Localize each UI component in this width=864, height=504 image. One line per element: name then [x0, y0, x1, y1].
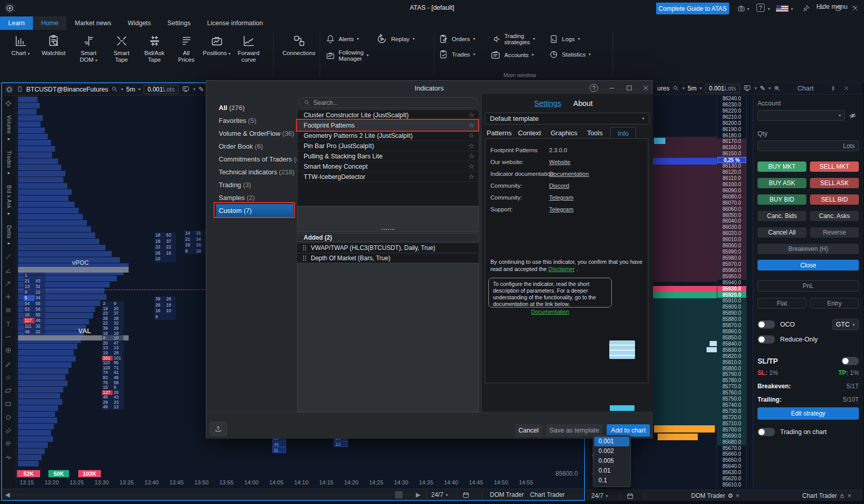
- category-trading[interactable]: Trading (3): [219, 178, 292, 191]
- ladder-row[interactable]: 86070.0: [717, 200, 746, 206]
- ladder-row[interactable]: 85630.0: [717, 470, 746, 476]
- ladder-row[interactable]: 86080.0: [717, 194, 746, 200]
- ladder-row[interactable]: 86030.0: [717, 224, 746, 230]
- ladder-row[interactable]: 85720.0: [717, 415, 746, 421]
- qty-option-0.1[interactable]: 0.1: [594, 476, 629, 485]
- ribbon-orders[interactable]: Orders▾: [438, 34, 475, 44]
- qty-option-0.001[interactable]: 0.001: [594, 437, 629, 446]
- ladder-row[interactable]: 85780.0: [717, 377, 746, 384]
- canc-asks-button[interactable]: Canc. Asks: [810, 211, 859, 221]
- ladder-row[interactable]: 85710.0: [717, 421, 746, 427]
- dropdown-arrow-icon[interactable]: ▾: [413, 36, 415, 42]
- ribbon-statistics[interactable]: Statistics▾: [549, 49, 591, 60]
- ladder-row[interactable]: 85810.0: [717, 359, 746, 366]
- dialog-titlebar[interactable]: Indicators ?: [206, 81, 652, 95]
- ladder-row[interactable]: 86050.0: [717, 212, 746, 219]
- scrollbar-thumb[interactable]: [395, 491, 402, 498]
- search-input[interactable]: [313, 99, 457, 106]
- ladder-row[interactable]: 85620.0: [717, 476, 746, 482]
- ladder-row[interactable]: 85990.0: [717, 249, 746, 255]
- draw-tool-10-icon[interactable]: [4, 373, 14, 383]
- symbol-dropdown[interactable]: ▾: [682, 86, 684, 91]
- close-icon[interactable]: ×: [848, 492, 851, 499]
- pencil-dropdown[interactable]: ▾: [768, 86, 770, 91]
- reduce-only-toggle[interactable]: [757, 335, 775, 344]
- ladder-row[interactable]: 86210.0: [717, 114, 746, 120]
- session-selector[interactable]: 24/7▾: [431, 489, 448, 500]
- flat-button[interactable]: Flat: [757, 298, 806, 309]
- buy-bid-button[interactable]: BUY BID: [757, 194, 806, 205]
- ladder-row[interactable]: 85930.0: [717, 286, 746, 292]
- subtab-patterns[interactable]: Patterns: [485, 127, 514, 139]
- canc-bids-button[interactable]: Canc. Bids: [757, 211, 806, 221]
- category-volume-orderflow[interactable]: Volume & OrderFlow (36): [219, 127, 292, 140]
- close-icon[interactable]: ×: [736, 492, 739, 499]
- draw-tool-13-icon[interactable]: [4, 413, 14, 423]
- dropdown-arrow-icon[interactable]: ▾: [473, 51, 475, 58]
- ribbon-watchlist[interactable]: Watchlist: [37, 34, 70, 57]
- favorite-star-icon[interactable]: ☆: [468, 142, 474, 150]
- ladder-row[interactable]: 85870.0: [717, 322, 746, 329]
- ribbon-connections[interactable]: Connections: [278, 34, 320, 57]
- ladder-row[interactable]: 85760.0: [717, 390, 746, 396]
- ladder-row[interactable]: 85610.0: [717, 482, 746, 488]
- hide-menu-button[interactable]: Hide menu: [817, 0, 857, 13]
- ladder-row[interactable]: 85940.0: [717, 280, 746, 286]
- ladder-row[interactable]: 85880.0: [717, 316, 746, 322]
- help-icon[interactable]: ?: [756, 4, 765, 12]
- draw-tool-3-icon[interactable]: [4, 279, 14, 290]
- breakeven-button[interactable]: Breakeven (H): [757, 244, 859, 254]
- cancel-button[interactable]: Cancel: [515, 424, 542, 437]
- draw-tool-12-icon[interactable]: [4, 400, 14, 410]
- info-link[interactable]: Telegram: [549, 206, 573, 212]
- language-dropdown[interactable]: ▾: [791, 7, 793, 11]
- ladder-row[interactable]: 86020.0: [717, 230, 746, 237]
- template-select[interactable]: Default template▾: [485, 113, 649, 124]
- ladder-row[interactable]: 85800.0: [717, 366, 746, 372]
- ladder-row[interactable]: 86200.0: [717, 120, 746, 127]
- dropdown-arrow-icon[interactable]: ▾: [578, 36, 580, 42]
- indicator-row[interactable]: Pin Bar Pro (JustScalpIt)☆: [297, 141, 479, 151]
- search-icon[interactable]: [673, 85, 679, 92]
- cancel-all-button[interactable]: Cancel All: [757, 227, 806, 238]
- quantity-input[interactable]: 0.001Lots: [144, 85, 179, 94]
- panel-label-bid-x-ask[interactable]: Bid x Ask ▸: [6, 185, 12, 216]
- ribbon-bid-ask-tape[interactable]: Bid/AskTape: [137, 34, 171, 63]
- info-link[interactable]: Documentation: [549, 171, 589, 177]
- language-flag-icon[interactable]: [776, 5, 788, 12]
- ladder-row[interactable]: 86000.0: [717, 243, 746, 249]
- dialog-minimize-icon[interactable]: [607, 84, 616, 92]
- timeframe-dropdown[interactable]: ▾: [138, 87, 140, 92]
- draw-tool-6-icon[interactable]: [4, 319, 14, 330]
- disclaimer-link[interactable]: Disclaimer: [549, 266, 575, 272]
- draw-tool-9-icon[interactable]: [4, 359, 14, 370]
- ladder-row[interactable]: 85820.0: [717, 353, 746, 359]
- crosshair-icon[interactable]: [4, 99, 14, 109]
- favorite-star-icon[interactable]: ☆: [468, 152, 474, 160]
- tab-about[interactable]: About: [573, 99, 593, 107]
- ladder-row[interactable]: 86180.0: [717, 133, 746, 139]
- ladder-row[interactable]: 85950.0: [717, 274, 746, 280]
- gear-icon[interactable]: ⚙: [728, 492, 733, 499]
- calendar-icon[interactable]: [462, 489, 470, 500]
- pencil-icon[interactable]: ✎: [760, 84, 765, 92]
- indicator-row[interactable]: TTW-IcebergDetector☆: [297, 172, 479, 182]
- panel-label-delta[interactable]: Delta ▸: [6, 225, 12, 246]
- pnl-button[interactable]: PnL: [757, 280, 859, 292]
- ladder-row[interactable]: 85920.0: [717, 292, 746, 298]
- category-favorites[interactable]: Favorites (5): [219, 114, 292, 127]
- documentation-link[interactable]: Documentation: [493, 309, 607, 315]
- ribbon-all-prices[interactable]: AllPrices: [169, 34, 203, 63]
- drag-handle-icon[interactable]: [303, 255, 307, 261]
- symbol-dropdown[interactable]: ▾: [121, 87, 123, 92]
- menu-item-market-news[interactable]: Market news: [66, 16, 119, 30]
- screenshot-dropdown[interactable]: ▾: [747, 7, 749, 11]
- ladder-row[interactable]: 86230.0: [717, 102, 746, 108]
- ladder-row[interactable]: 86190.0: [717, 127, 746, 133]
- ladder-row[interactable]: 85680.0: [717, 439, 746, 445]
- draw-tool-2-icon[interactable]: [4, 266, 14, 276]
- reverse-button[interactable]: Reverse: [810, 227, 859, 238]
- qty-option-0.002[interactable]: 0.002: [594, 446, 629, 456]
- ladder-row[interactable]: 86130.0: [717, 163, 746, 169]
- info-link[interactable]: Website: [549, 159, 570, 165]
